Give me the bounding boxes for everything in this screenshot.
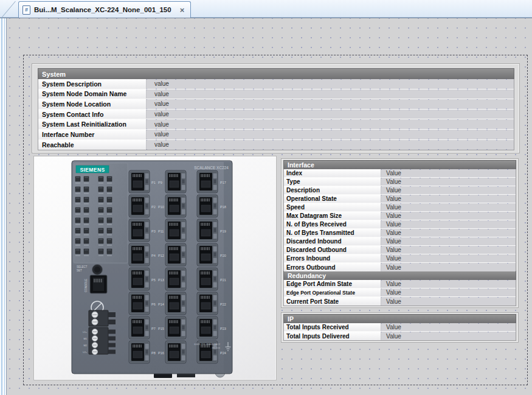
table-row: Errors Outbound Value	[284, 263, 516, 271]
svg-text:P4: P4	[151, 254, 156, 257]
row-label: Speed	[284, 203, 381, 211]
table-row: System Last Reinitialization value	[38, 119, 514, 130]
device-image-panel[interactable]: SIEMENS SCALANCE XC224 P1P9P17P2P10P18P3…	[33, 156, 277, 380]
row-label: System Contact Info	[38, 110, 147, 119]
svg-text:P3: P3	[151, 229, 156, 233]
row-value: value	[147, 119, 514, 129]
row-value: value	[147, 99, 514, 109]
table-row: System Node Domain Name value	[38, 89, 514, 100]
svg-text:M2: M2	[83, 344, 87, 347]
row-label: System Last Reinitialization	[38, 119, 147, 129]
row-label: Discarded Inbound	[284, 237, 381, 245]
row-label: Reachable	[38, 140, 147, 150]
row-value: value	[147, 79, 514, 89]
row-value: Value	[381, 203, 516, 211]
svg-text:P16: P16	[158, 351, 164, 355]
rj45-port	[197, 219, 218, 242]
ip-table-rows: Total Inputs Received Value Total Inputs…	[284, 323, 516, 340]
table-row: Edge Port Admin State Value	[284, 280, 516, 288]
row-label: System Node Location	[38, 99, 147, 109]
table-row: Discarded Outbound Value	[284, 246, 516, 254]
svg-text:P11: P11	[158, 229, 164, 233]
svg-text:P2: P2	[151, 205, 156, 209]
row-value: Value	[381, 229, 516, 237]
row-value: Value	[381, 212, 516, 220]
table-row: Interface Number value	[38, 130, 514, 140]
redundancy-table-header: Redundancy	[283, 271, 516, 280]
row-value: Value	[381, 237, 516, 245]
tab-well-edge	[2, 1, 16, 18]
row-label: System Node Domain Name	[38, 89, 147, 99]
table-row: System Description value	[38, 79, 514, 89]
rj45-port	[129, 219, 150, 242]
rj45-port	[129, 341, 150, 363]
row-value: value	[147, 130, 514, 139]
row-value: Value	[381, 263, 516, 271]
rj45-port	[129, 316, 150, 339]
body-right-shade	[224, 162, 232, 372]
row-label: Total Inputs Delivered	[284, 332, 381, 340]
editor-canvas[interactable]: System System Description value System N…	[0, 18, 532, 395]
table-row: N. of Bytes Transmitted Value	[284, 229, 516, 237]
row-value: Value	[381, 297, 516, 306]
ip-panel[interactable]: IP Total Inputs Received Value Total Inp…	[281, 312, 519, 343]
rj45-port	[165, 195, 186, 217]
svg-text:P24: P24	[220, 351, 226, 355]
svg-text:P10: P10	[158, 205, 164, 209]
row-label: Max Datagram Size	[284, 212, 381, 220]
row-label: Errors Inbound	[284, 254, 381, 262]
table-row: Edge Port Operational State Value	[284, 288, 516, 297]
svg-text:P15: P15	[158, 327, 164, 330]
svg-text:P23: P23	[220, 327, 226, 330]
rj45-port	[129, 292, 150, 315]
table-row: Speed Value	[284, 203, 516, 212]
svg-text:P13: P13	[158, 278, 164, 282]
close-icon[interactable]: ×	[180, 6, 185, 14]
rj45-port	[197, 268, 218, 290]
interface-table-rows: Index Value Type Value Description Value	[284, 169, 516, 271]
row-value: Value	[381, 332, 516, 340]
system-panel[interactable]: System System Description value System N…	[32, 63, 520, 153]
table-row: Total Inputs Delivered Value	[284, 332, 516, 340]
rj45-port	[165, 316, 186, 339]
rj45-port	[165, 243, 186, 266]
interface-table: Interface Index Value Type Value	[283, 160, 516, 306]
row-label: Edge Port Admin State	[284, 280, 381, 288]
model-label: SCALANCE XC224	[194, 166, 229, 170]
row-value: Value	[381, 220, 516, 228]
faceplate-editor-screen: # Bui...M_Scalance_XC-224_None_001_150 ×…	[0, 0, 532, 395]
table-row: Type Value	[284, 178, 516, 186]
system-table-header: System	[38, 68, 514, 79]
siemens-logo: SIEMENS	[76, 166, 109, 173]
svg-text:CONSOLE: CONSOLE	[85, 279, 88, 292]
row-label: N. of Bytes Transmitted	[284, 229, 381, 237]
faceplate-tab[interactable]: # Bui...M_Scalance_XC-224_None_001_150 ×	[18, 1, 191, 18]
svg-text:P17: P17	[220, 181, 226, 184]
svg-text:P12: P12	[158, 254, 164, 257]
svg-text:SELECT: SELECT	[77, 265, 88, 268]
rj45-port	[129, 195, 150, 217]
rj45-port	[197, 292, 218, 315]
rj45-port	[197, 316, 218, 339]
rj45-port	[165, 268, 186, 290]
row-label: Current Port State	[284, 297, 381, 306]
rj45-port	[129, 170, 150, 193]
table-row: Operational State Value	[284, 195, 516, 203]
svg-text:P5: P5	[151, 278, 156, 282]
ip-table: IP Total Inputs Received Value Total Inp…	[283, 314, 516, 341]
row-label: Total Inputs Received	[284, 323, 381, 331]
row-label: Operational State	[284, 195, 381, 203]
table-row: N. of Bytes Received Value	[284, 220, 516, 229]
rj45-port	[129, 243, 150, 266]
table-row: Current Port State Value	[284, 297, 516, 306]
svg-text:L2+: L2+	[83, 351, 87, 354]
svg-text:P22: P22	[220, 302, 226, 306]
row-label: N. of Bytes Received	[284, 220, 381, 228]
row-label: Edge Port Operational State	[284, 288, 381, 296]
interface-panel[interactable]: Interface Index Value Type Value	[281, 158, 519, 308]
left-splitter-gutter[interactable]	[0, 18, 7, 395]
row-value: value	[147, 110, 514, 119]
tab-title: Bui...M_Scalance_XC-224_None_001_150	[34, 6, 171, 13]
din-clip-small	[177, 374, 195, 377]
rj45-port	[165, 292, 186, 315]
